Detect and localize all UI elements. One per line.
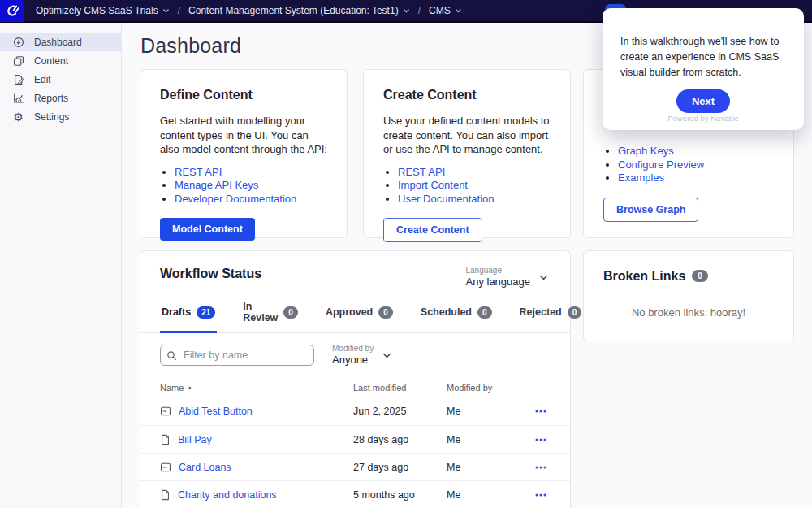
breadcrumb: Optimizely CMS SaaS Trials / Content Man… xyxy=(36,5,462,16)
list-item: Developer Documentation xyxy=(175,193,327,206)
sidebar-item-edit[interactable]: Edit xyxy=(0,70,121,89)
breadcrumb-product[interactable]: CMS xyxy=(429,5,462,16)
content-item-link[interactable]: Abid Test Button xyxy=(179,406,253,417)
row-actions-menu-button[interactable] xyxy=(534,490,551,500)
modified-by-cell: Me xyxy=(447,462,532,473)
define-content-title: Define Content xyxy=(160,87,327,103)
next-button[interactable]: Next xyxy=(676,89,730,113)
tab-label: Approved xyxy=(326,306,373,318)
tab-approved[interactable]: Approved 0 xyxy=(324,299,395,333)
sidebar-item-settings[interactable]: ⚙ Settings xyxy=(0,107,121,126)
browse-graph-button[interactable]: Browse Graph xyxy=(603,198,698,222)
column-header-modified-by[interactable]: Modified by xyxy=(447,383,532,393)
sidebar-item-content[interactable]: Content xyxy=(0,51,121,70)
developer-documentation-link[interactable]: Developer Documentation xyxy=(175,193,296,205)
tab-count-badge: 0 xyxy=(568,306,582,319)
define-content-body: Get started with modelling your content … xyxy=(160,114,327,157)
create-content-body: Use your defined content models to creat… xyxy=(383,114,551,157)
optimizely-logo[interactable] xyxy=(0,0,24,22)
column-header-last-modified[interactable]: Last modified xyxy=(353,383,447,393)
chevron-down-icon xyxy=(382,350,392,361)
chevron-down-icon xyxy=(403,7,410,15)
row-actions-menu-button[interactable] xyxy=(534,462,551,472)
content-item-link[interactable]: Bill Pay xyxy=(178,434,212,445)
settings-icon: ⚙ xyxy=(12,111,24,123)
sidebar-item-dashboard[interactable]: Dashboard xyxy=(0,33,121,51)
sidebar-item-label: Reports xyxy=(34,93,68,104)
modified-by-label: Modified by xyxy=(332,344,374,354)
filter-by-name-input[interactable] xyxy=(160,345,314,366)
rest-api-link[interactable]: REST API xyxy=(175,166,222,178)
graph-keys-link[interactable]: Graph Keys xyxy=(618,145,674,157)
tab-scheduled[interactable]: Scheduled 0 xyxy=(419,299,494,333)
chevron-down-icon xyxy=(538,272,549,283)
edit-icon xyxy=(12,73,24,85)
workflow-tabs: Drafts 21 In Review 0 Approved 0 Schedul… xyxy=(140,299,570,333)
examples-link[interactable]: Examples xyxy=(618,172,664,184)
table-row: Card Loans 27 days ago Me xyxy=(140,453,570,480)
rest-api-link[interactable]: REST API xyxy=(398,166,445,178)
optimizely-logo-icon xyxy=(4,2,20,19)
sidebar-item-reports[interactable]: Reports xyxy=(0,89,121,107)
column-header-name[interactable]: Name ▲ xyxy=(160,383,353,393)
list-item: REST API xyxy=(398,166,551,180)
modified-by-select[interactable]: Modified by Anyone xyxy=(332,344,392,367)
last-modified-cell: 28 days ago xyxy=(353,434,447,445)
model-content-button[interactable]: Model Content xyxy=(160,218,255,241)
breadcrumb-org[interactable]: Optimizely CMS SaaS Trials xyxy=(36,5,170,16)
modified-by-cell: Me xyxy=(447,489,532,501)
language-select[interactable]: Language Any language xyxy=(465,266,549,289)
create-content-button[interactable]: Create Content xyxy=(383,218,482,242)
broken-links-title: Broken Links xyxy=(603,269,685,283)
tab-drafts[interactable]: Drafts 21 xyxy=(160,299,217,333)
table-row: Abid Test Button Jun 2, 2025 Me xyxy=(140,397,570,425)
table-header-row: Name ▲ Last modified Modified by xyxy=(140,378,570,397)
breadcrumb-separator: / xyxy=(178,5,180,16)
breadcrumb-org-label: Optimizely CMS SaaS Trials xyxy=(36,5,158,16)
sidebar-item-label: Dashboard xyxy=(34,37,82,48)
breadcrumb-product-label: CMS xyxy=(429,5,451,16)
configure-preview-link[interactable]: Configure Preview xyxy=(618,158,704,171)
user-documentation-link[interactable]: User Documentation xyxy=(398,193,495,205)
powered-by-navattic: Powered by Navattic xyxy=(603,114,804,123)
row-actions-menu-button[interactable] xyxy=(534,406,551,416)
tab-count-badge: 0 xyxy=(378,306,393,319)
define-content-links: REST API Manage API Keys Developer Docum… xyxy=(160,166,327,206)
modified-by-cell: Me xyxy=(447,406,532,417)
breadcrumb-instance[interactable]: Content Management System (Education: Te… xyxy=(188,5,410,16)
list-item: REST API xyxy=(175,166,327,180)
list-item: User Documentation xyxy=(398,193,551,206)
sidebar: Dashboard Content Edit Reports ⚙ Setting… xyxy=(0,23,122,508)
sort-ascending-icon: ▲ xyxy=(187,384,192,390)
ellipsis-icon xyxy=(534,490,547,500)
tab-in-review[interactable]: In Review 0 xyxy=(241,299,300,333)
walkthrough-text: In this walkthrough we'll see how to cre… xyxy=(620,34,786,80)
dashboard-icon xyxy=(12,36,24,48)
last-modified-cell: 27 days ago xyxy=(353,462,447,473)
row-actions-menu-button[interactable] xyxy=(534,435,551,445)
chevron-down-icon xyxy=(455,7,462,15)
tab-count-badge: 0 xyxy=(477,306,492,319)
import-content-link[interactable]: Import Content xyxy=(398,179,468,191)
modified-by-cell: Me xyxy=(447,434,532,445)
workflow-status-title: Workflow Status xyxy=(160,266,261,282)
list-item: Manage API Keys xyxy=(175,179,327,193)
content-icon xyxy=(12,54,24,67)
workflow-status-card: Workflow Status Language Any language Dr… xyxy=(140,250,571,508)
modified-by-value: Anyone xyxy=(332,354,374,367)
page-icon xyxy=(160,489,171,501)
manage-api-keys-link[interactable]: Manage API Keys xyxy=(175,179,258,191)
component-icon xyxy=(160,462,171,473)
tab-label: Rejected xyxy=(520,306,562,318)
create-content-links: REST API Import Content User Documentati… xyxy=(383,166,551,206)
last-modified-cell: 5 months ago xyxy=(353,489,447,501)
content-item-link[interactable]: Charity and donations xyxy=(178,489,277,501)
define-content-card: Define Content Get started with modellin… xyxy=(140,69,348,238)
ellipsis-icon xyxy=(534,435,547,445)
tab-label: In Review xyxy=(243,301,278,323)
content-item-link[interactable]: Card Loans xyxy=(179,462,231,473)
tab-rejected[interactable]: Rejected 0 xyxy=(518,299,584,333)
broken-links-card: Broken Links0 No broken links: hooray! xyxy=(583,250,794,341)
table-row: Bill Pay 28 days ago Me xyxy=(140,425,570,453)
page-icon xyxy=(160,434,171,445)
